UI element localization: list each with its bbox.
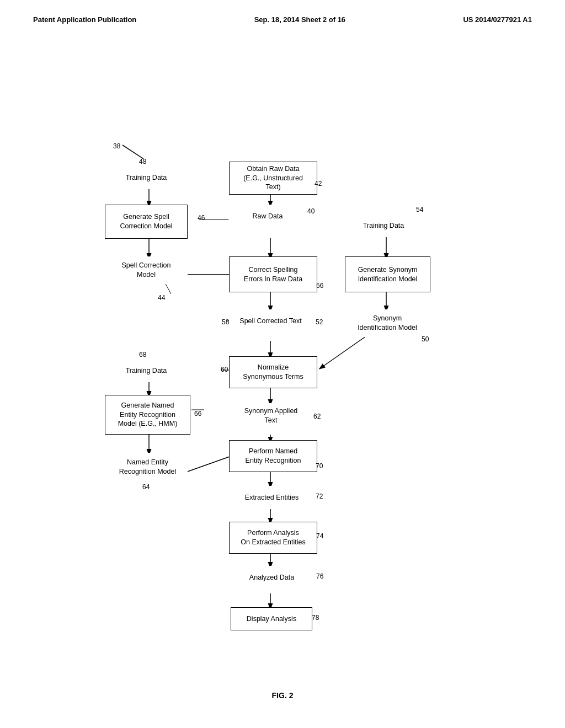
num-44: 44 [158, 294, 165, 302]
num-62: 62 [313, 413, 321, 420]
diagram: 38 Training Data 48 Obtain Raw Data(E.G.… [0, 24, 565, 686]
num-70: 70 [316, 462, 323, 470]
page-header: Patent Application Publication Sep. 18, … [0, 0, 565, 24]
generate-ner-model-label: Generate NamedEntity RecognitionModel (E… [118, 401, 178, 429]
spell-corrected-text-label: Spell Corrected Text [225, 309, 316, 333]
num-56: 56 [316, 282, 323, 290]
num-54: 54 [416, 206, 423, 213]
perform-ner: Perform NamedEntity Recognition [229, 440, 317, 472]
svg-line-0 [122, 145, 143, 159]
normalize-synonymous-terms: NormalizeSynonymous Terms [229, 356, 317, 388]
training-data-48-label: Training Data [105, 166, 188, 189]
num-46: 46 [198, 214, 205, 222]
generate-spell-correction-label: Generate SpellCorrection Model [120, 212, 172, 231]
num-68: 68 [139, 351, 146, 358]
named-entity-recognition-model-label: Named EntityRecognition Model [105, 453, 190, 481]
fig-caption: FIG. 2 [0, 691, 565, 700]
num-74: 74 [316, 532, 323, 540]
display-analysis-label: Display Analysis [247, 614, 296, 624]
header-left: Patent Application Publication [33, 15, 136, 24]
correct-spelling-errors-label: Correct SpellingErrors In Raw Data [244, 265, 302, 284]
num-58: 58 [222, 318, 229, 326]
spell-corrected-text: Spell Corrected Text [225, 309, 316, 333]
num-42: 42 [315, 180, 322, 188]
analyzed-data: Analyzed Data [226, 566, 317, 589]
extracted-entities-label: Extracted Entities [226, 486, 317, 509]
num-76: 76 [316, 572, 323, 580]
perform-analysis: Perform AnalysisOn Extracted Entities [229, 522, 317, 554]
num-72: 72 [316, 493, 323, 500]
num-48: 48 [139, 158, 146, 165]
synonym-id-model-label: SynonymIdentification Model [343, 309, 431, 337]
display-analysis: Display Analysis [231, 607, 312, 630]
generate-synonym-id: Generate SynonymIdentification Model [345, 256, 430, 292]
num-52: 52 [316, 318, 323, 326]
num-40: 40 [307, 207, 315, 215]
perform-analysis-label: Perform AnalysisOn Extracted Entities [241, 528, 305, 547]
analyzed-data-label: Analyzed Data [226, 566, 317, 589]
num-64: 64 [142, 483, 150, 491]
header-center: Sep. 18, 2014 Sheet 2 of 16 [254, 15, 345, 24]
correct-spelling-errors: Correct SpellingErrors In Raw Data [229, 256, 317, 292]
num-50: 50 [422, 335, 429, 343]
perform-ner-label: Perform NamedEntity Recognition [246, 447, 301, 465]
raw-data-label: Raw Data [226, 205, 309, 228]
generate-ner-model: Generate NamedEntity RecognitionModel (E… [105, 395, 190, 435]
num-66: 66 [194, 410, 201, 417]
normalize-synonymous-terms-label: NormalizeSynonymous Terms [243, 363, 303, 382]
training-data-54: Training Data [342, 214, 425, 237]
extracted-entities: Extracted Entities [226, 486, 317, 509]
synonym-id-model: SynonymIdentification Model [343, 309, 431, 337]
generate-spell-correction: Generate SpellCorrection Model [105, 205, 188, 239]
obtain-raw-data-label: Obtain Raw Data(E.G., UnstructuredText) [243, 164, 303, 192]
num-78: 78 [312, 614, 319, 622]
raw-data: Raw Data [226, 205, 309, 228]
training-data-68-label: Training Data [105, 359, 188, 382]
header-right: US 2014/0277921 A1 [463, 15, 532, 24]
synonym-applied-text-label: Synonym AppliedText [227, 403, 315, 429]
spell-correction-model: Spell CorrectionModel [105, 256, 188, 284]
obtain-raw-data: Obtain Raw Data(E.G., UnstructuredText) [229, 162, 317, 195]
label-38: 38 [113, 142, 120, 150]
generate-synonym-id-label: Generate SynonymIdentification Model [358, 265, 418, 284]
synonym-applied-text: Synonym AppliedText [227, 403, 315, 429]
named-entity-recognition-model: Named EntityRecognition Model [105, 453, 190, 481]
training-data-68: Training Data [105, 359, 188, 382]
spell-correction-model-label: Spell CorrectionModel [105, 256, 188, 284]
training-data-48: Training Data [105, 166, 188, 189]
num-60: 60 [221, 366, 228, 373]
training-data-54-label: Training Data [342, 214, 425, 237]
